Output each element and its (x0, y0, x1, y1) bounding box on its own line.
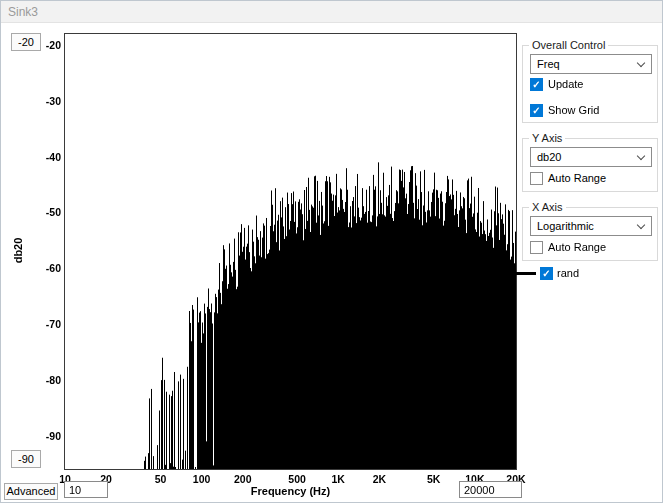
series-legend: rand (513, 266, 579, 280)
series-line-swatch (513, 272, 536, 275)
overall-control-legend: Overall Control (529, 39, 608, 52)
show-grid-checkbox[interactable] (530, 104, 543, 117)
x-auto-range-label: Auto Range (548, 241, 606, 253)
chevron-down-icon (637, 220, 645, 228)
update-row: Update (530, 77, 583, 91)
advanced-button[interactable]: Advanced (4, 483, 58, 500)
app-window: Sink3 -20 -90 1020501002005001K2K5K10K20… (0, 0, 663, 503)
y-auto-range-label: Auto Range (548, 172, 606, 184)
y-auto-range-row: Auto Range (530, 171, 606, 185)
window-titlebar: Sink3 (1, 1, 662, 23)
x-min-input[interactable] (64, 481, 108, 498)
show-grid-row: Show Grid (530, 103, 599, 117)
y-axis-legend: Y Axis (529, 132, 565, 145)
y-tick-label: -80 (39, 374, 61, 386)
y-axis-title: db20 (12, 233, 25, 269)
update-checkbox[interactable] (530, 78, 543, 91)
x-tick-label: 200 (223, 473, 263, 485)
overall-control-dropdown-value: Freq (537, 58, 560, 70)
show-grid-checkbox-label: Show Grid (548, 104, 599, 116)
spectrum-plot (64, 33, 517, 470)
y-auto-range-checkbox[interactable] (530, 172, 543, 185)
chevron-down-icon (637, 151, 645, 159)
y-min-button[interactable]: -90 (11, 450, 41, 468)
x-tick-label: 1K (318, 473, 358, 485)
x-axis-legend: X Axis (529, 201, 566, 214)
chevron-down-icon (637, 58, 645, 66)
x-axis-group: X Axis Logarithmic Auto Range (522, 207, 658, 261)
y-axis-dropdown-value: db20 (537, 151, 561, 163)
rand-series-label: rand (557, 267, 579, 279)
y-tick-label: -60 (39, 262, 61, 274)
x-tick-label: 50 (140, 473, 180, 485)
x-axis-title: Frequency (Hz) (65, 485, 516, 497)
y-tick-label: -30 (39, 95, 61, 107)
y-tick-label: -40 (39, 151, 61, 163)
y-tick-label: -50 (39, 206, 61, 218)
window-title: Sink3 (8, 5, 38, 19)
y-axis-group: Y Axis db20 Auto Range (522, 138, 658, 192)
x-axis-dropdown-value: Logarithmic (537, 220, 594, 232)
spectrum-canvas (65, 34, 516, 469)
y-tick-label: -20 (39, 39, 61, 51)
x-tick-label: 2K (359, 473, 399, 485)
x-tick-label: 500 (277, 473, 317, 485)
y-tick-label: -70 (39, 318, 61, 330)
x-tick-label: 5K (414, 473, 454, 485)
x-axis-dropdown[interactable]: Logarithmic (530, 216, 652, 236)
y-max-button[interactable]: -20 (11, 33, 41, 51)
x-auto-range-checkbox[interactable] (530, 241, 543, 254)
overall-control-dropdown[interactable]: Freq (530, 54, 652, 74)
x-max-input[interactable] (459, 481, 522, 498)
x-tick-label: 100 (182, 473, 222, 485)
y-axis-dropdown[interactable]: db20 (530, 147, 652, 167)
y-tick-label: -90 (39, 430, 61, 442)
x-auto-range-row: Auto Range (530, 240, 606, 254)
update-checkbox-label: Update (548, 78, 583, 90)
overall-control-group: Overall Control Freq Update Show Grid (522, 45, 658, 123)
rand-series-checkbox[interactable] (540, 267, 553, 280)
